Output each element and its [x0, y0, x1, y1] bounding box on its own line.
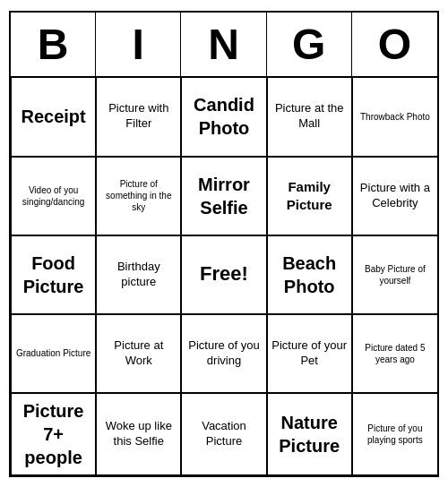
- cell-text-18: Picture of your Pet: [271, 338, 348, 369]
- bingo-cell-22[interactable]: Vacation Picture: [181, 393, 266, 475]
- bingo-cell-1[interactable]: Picture with Filter: [96, 78, 181, 157]
- cell-text-16: Picture at Work: [100, 338, 177, 369]
- cell-text-12: Free!: [200, 261, 248, 287]
- bingo-header: BINGO: [11, 13, 437, 78]
- cell-text-1: Picture with Filter: [100, 101, 177, 132]
- bingo-letter-b: B: [11, 13, 96, 76]
- bingo-cell-4[interactable]: Throwback Photo: [352, 78, 437, 157]
- cell-text-21: Woke up like this Selfie: [100, 419, 177, 449]
- bingo-cell-21[interactable]: Woke up like this Selfie: [96, 393, 181, 475]
- bingo-cell-16[interactable]: Picture at Work: [96, 314, 181, 393]
- cell-text-5: Video of you singing/dancing: [15, 184, 91, 208]
- cell-text-14: Baby Picture of yourself: [357, 263, 434, 286]
- bingo-cell-2[interactable]: Candid Photo: [181, 78, 266, 157]
- bingo-cell-5[interactable]: Video of you singing/dancing: [11, 157, 96, 235]
- cell-text-24: Picture of you playing sports: [357, 423, 434, 446]
- cell-text-11: Birthday picture: [100, 260, 177, 290]
- bingo-letter-g: G: [267, 13, 352, 76]
- bingo-cell-12[interactable]: Free!: [181, 235, 266, 314]
- bingo-cell-19[interactable]: Picture dated 5 years ago: [352, 314, 437, 393]
- bingo-cell-9[interactable]: Picture with a Celebrity: [352, 157, 437, 235]
- bingo-letter-n: N: [181, 13, 266, 76]
- bingo-card: BINGO ReceiptPicture with FilterCandid P…: [9, 11, 439, 477]
- bingo-cell-0[interactable]: Receipt: [11, 78, 96, 157]
- cell-text-20: Picture 7+ people: [15, 399, 91, 469]
- cell-text-7: Mirror Selfie: [185, 173, 262, 219]
- bingo-grid: ReceiptPicture with FilterCandid PhotoPi…: [11, 78, 437, 475]
- bingo-letter-o: O: [352, 13, 437, 76]
- bingo-cell-14[interactable]: Baby Picture of yourself: [352, 235, 437, 314]
- bingo-cell-6[interactable]: Picture of something in the sky: [96, 157, 181, 235]
- cell-text-2: Candid Photo: [185, 93, 262, 140]
- bingo-cell-3[interactable]: Picture at the Mall: [267, 78, 352, 157]
- bingo-cell-18[interactable]: Picture of your Pet: [267, 314, 352, 393]
- cell-text-8: Family Picture: [271, 178, 348, 213]
- cell-text-19: Picture dated 5 years ago: [357, 342, 434, 365]
- cell-text-15: Graduation Picture: [16, 347, 90, 359]
- cell-text-23: Nature Picture: [271, 411, 348, 457]
- cell-text-17: Picture of you driving: [185, 338, 262, 369]
- cell-text-6: Picture of something in the sky: [100, 178, 177, 213]
- cell-text-13: Beach Photo: [271, 252, 348, 298]
- bingo-cell-24[interactable]: Picture of you playing sports: [352, 393, 437, 475]
- bingo-cell-20[interactable]: Picture 7+ people: [11, 393, 96, 475]
- cell-text-0: Receipt: [21, 105, 85, 128]
- bingo-cell-7[interactable]: Mirror Selfie: [181, 157, 266, 235]
- cell-text-3: Picture at the Mall: [271, 101, 348, 132]
- bingo-cell-23[interactable]: Nature Picture: [267, 393, 352, 475]
- bingo-cell-11[interactable]: Birthday picture: [96, 235, 181, 314]
- cell-text-22: Vacation Picture: [185, 419, 262, 449]
- cell-text-9: Picture with a Celebrity: [357, 181, 434, 211]
- bingo-letter-i: I: [96, 13, 181, 76]
- bingo-cell-13[interactable]: Beach Photo: [267, 235, 352, 314]
- bingo-cell-10[interactable]: Food Picture: [11, 235, 96, 314]
- cell-text-10: Food Picture: [15, 252, 91, 298]
- bingo-cell-15[interactable]: Graduation Picture: [11, 314, 96, 393]
- bingo-cell-8[interactable]: Family Picture: [267, 157, 352, 235]
- cell-text-4: Throwback Photo: [360, 111, 430, 123]
- bingo-cell-17[interactable]: Picture of you driving: [181, 314, 266, 393]
